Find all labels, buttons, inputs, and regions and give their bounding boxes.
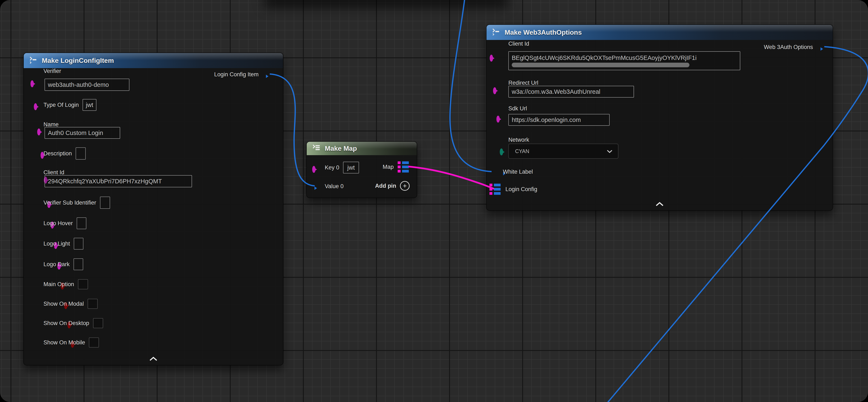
show-on-mobile-checkbox[interactable]	[89, 338, 99, 348]
key0-field[interactable]: jwt	[343, 162, 359, 173]
redirect-url-field[interactable]: w3a://com.w3a.Web3AuthUnreal	[508, 86, 634, 97]
input-pin-redirect-url[interactable]	[493, 87, 496, 94]
type-of-login-field[interactable]: jwt	[83, 99, 96, 111]
pin-label-show-on-modal: Show On Modal	[43, 301, 84, 307]
input-pin-verifier[interactable]	[30, 80, 34, 87]
pin-label-show-on-desktop: Show On Desktop	[43, 320, 89, 326]
output-pin-label: Map	[382, 164, 394, 170]
verifier-field[interactable]: web3auth-auth0-demo	[44, 79, 129, 91]
sdk-url-field[interactable]: https://sdk.openlogin.com	[508, 114, 610, 126]
input-pin-type-of-login[interactable]	[34, 103, 37, 110]
chevron-down-icon	[607, 148, 613, 154]
node-title: Make Web3AuthOptions	[504, 29, 582, 36]
show-on-desktop-checkbox[interactable]	[93, 318, 103, 328]
input-pin-login-config[interactable]	[490, 184, 501, 195]
add-pin-label: Add pin	[375, 183, 396, 189]
main-option-checkbox[interactable]	[78, 279, 88, 289]
pin-label-logo-hover: Logo Hover	[43, 220, 73, 227]
add-pin-button[interactable]: +	[400, 181, 410, 191]
pin-label-redirect-url: Redirect Url	[508, 80, 538, 86]
collapse-chevron-icon[interactable]	[655, 202, 664, 207]
pin-label-value0: Value 0	[325, 183, 344, 190]
node-header[interactable]: Make Web3AuthOptions	[487, 25, 833, 40]
logo-hover-field[interactable]	[77, 218, 86, 229]
description-field[interactable]	[75, 147, 86, 160]
client-id-field[interactable]: BEglQSgt4cUWcj6SKRdu5QkOXTsePmMcusG5EAoy…	[508, 51, 740, 70]
make-struct-icon	[29, 57, 38, 64]
logo-dark-field[interactable]	[73, 258, 83, 270]
pin-label-client-id: Client Id	[508, 40, 529, 47]
verifier-sub-identifier-field[interactable]	[100, 197, 110, 209]
node-header[interactable]: Make LoginConfigItem	[24, 53, 283, 68]
pin-label-main-option: Main Option	[43, 281, 74, 288]
input-pin-key0[interactable]	[312, 166, 315, 173]
collapse-chevron-icon[interactable]	[149, 356, 158, 362]
node-make-loginconfigitem[interactable]: Make LoginConfigItem Login Config Item V…	[23, 53, 283, 366]
output-pin-map[interactable]	[398, 162, 409, 173]
pin-label-client-id: Client Id	[43, 169, 64, 176]
client-id-text: BEglQSgt4cUWcj6SKRdu5QkOXTsePmMcusG5EAoy…	[512, 54, 696, 61]
client-id-field[interactable]: 294QRkchfq2YaXUbPri7D6PH7xzHgQMT	[44, 175, 192, 187]
blueprint-graph-canvas[interactable]: Make LoginConfigItem Login Config Item V…	[0, 0, 868, 402]
network-dropdown[interactable]: CYAN	[508, 144, 618, 159]
make-struct-icon	[492, 28, 501, 36]
node-make-web3authoptions[interactable]: Make Web3AuthOptions Web 3Auth Options C…	[486, 24, 833, 211]
node-make-map[interactable]: Make Map Key 0 jwt Map Value 0 Add pin +	[306, 141, 417, 198]
pin-label-sdk-url: Sdk Url	[508, 105, 527, 112]
pin-label-white-label: White Label	[503, 169, 533, 175]
pin-label-logo-light: Logo Light	[43, 240, 70, 247]
pin-label-name: Name	[43, 121, 59, 128]
show-on-modal-checkbox[interactable]	[88, 299, 98, 309]
input-pin-client-id[interactable]	[490, 55, 493, 62]
output-pin-label: Web 3Auth Options	[764, 44, 813, 51]
pin-label-description: Description	[43, 150, 72, 157]
client-id-scrollbar[interactable]	[512, 63, 689, 67]
pin-label-network: Network	[508, 137, 529, 143]
make-map-icon	[312, 144, 321, 152]
pin-label-verifier-sub-identifier: Verifier Sub Identifier	[43, 200, 96, 206]
pin-label-show-on-mobile: Show On Mobile	[43, 339, 85, 346]
input-pin-sdk-url[interactable]	[496, 116, 500, 122]
wire-map-to-login-config[interactable]	[408, 167, 494, 189]
offscreen-node-shadow	[264, 0, 508, 8]
pin-label-key0: Key 0	[325, 165, 339, 171]
pin-label-logo-dark: Logo Dark	[43, 261, 70, 268]
pin-label-login-config: Login Config	[505, 186, 537, 193]
name-field[interactable]: Auth0 Custom Login	[44, 127, 120, 139]
output-pin-label: Login Config Item	[214, 71, 258, 78]
node-title: Make Map	[325, 145, 357, 152]
input-pin-network[interactable]	[500, 148, 503, 155]
network-selected-value: CYAN	[515, 148, 529, 154]
input-pin-name[interactable]	[37, 128, 40, 135]
node-title: Make LoginConfigItem	[42, 57, 114, 64]
logo-light-field[interactable]	[74, 238, 84, 250]
pin-label-type-of-login: Type Of Login	[43, 102, 79, 108]
wire-top-to-white-label[interactable]	[450, 0, 492, 172]
pin-label-verifier: Verifier	[43, 68, 61, 75]
node-header[interactable]: Make Map	[307, 142, 417, 155]
